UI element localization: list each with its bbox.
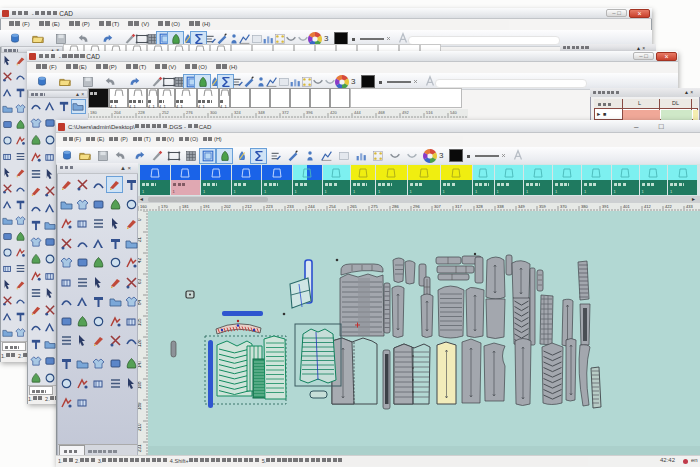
svg-text:348: 348 <box>258 110 265 115</box>
svg-text:370: 370 <box>560 204 567 209</box>
svg-text:170: 170 <box>161 204 168 209</box>
svg-text:492: 492 <box>402 110 409 115</box>
svg-text:191: 191 <box>203 204 210 209</box>
svg-text:444: 444 <box>354 110 361 115</box>
svg-text:286: 286 <box>392 204 399 209</box>
svg-text:254: 254 <box>329 204 336 209</box>
svg-text:42: 42 <box>138 257 142 263</box>
svg-text:401: 401 <box>623 204 630 209</box>
svg-text:233: 233 <box>287 204 294 209</box>
svg-text:244: 244 <box>308 204 315 209</box>
svg-text:349: 349 <box>518 204 525 209</box>
svg-text:210: 210 <box>138 423 142 431</box>
svg-text:433: 433 <box>686 204 693 209</box>
svg-text:324: 324 <box>234 110 241 115</box>
svg-text:307: 307 <box>434 204 441 209</box>
svg-text:516: 516 <box>426 110 433 115</box>
svg-text:231: 231 <box>138 444 142 452</box>
svg-text:212: 212 <box>245 204 252 209</box>
svg-text:391: 391 <box>602 204 609 209</box>
svg-text:372: 372 <box>282 110 289 115</box>
svg-text:380: 380 <box>581 204 588 209</box>
svg-text:275: 275 <box>371 204 378 209</box>
svg-text:540: 540 <box>450 110 457 115</box>
svg-text:202: 202 <box>224 204 231 209</box>
svg-text:84: 84 <box>138 299 142 305</box>
svg-text:228: 228 <box>138 110 145 115</box>
svg-text:160: 160 <box>140 204 147 209</box>
svg-text:189: 189 <box>138 402 142 410</box>
svg-text:422: 422 <box>665 204 672 209</box>
svg-text:147: 147 <box>138 360 142 368</box>
svg-text:420: 420 <box>330 110 337 115</box>
svg-text:252: 252 <box>162 110 169 115</box>
svg-text:223: 223 <box>266 204 273 209</box>
svg-text:317: 317 <box>455 204 462 209</box>
svg-text:126: 126 <box>138 339 142 347</box>
svg-text:180: 180 <box>90 110 97 115</box>
svg-text:300: 300 <box>210 110 217 115</box>
svg-text:181: 181 <box>182 204 189 209</box>
svg-text:396: 396 <box>306 110 313 115</box>
svg-text:296: 296 <box>413 204 420 209</box>
svg-text:338: 338 <box>497 204 504 209</box>
svg-text:276: 276 <box>186 110 193 115</box>
svg-text:359: 359 <box>539 204 546 209</box>
svg-text:63: 63 <box>138 278 142 284</box>
svg-text:468: 468 <box>378 110 385 115</box>
svg-text:105: 105 <box>138 318 142 326</box>
svg-text:168: 168 <box>138 381 142 389</box>
svg-text:412: 412 <box>644 204 651 209</box>
svg-text:265: 265 <box>350 204 357 209</box>
svg-text:21: 21 <box>138 236 142 242</box>
svg-text:328: 328 <box>476 204 483 209</box>
svg-text:204: 204 <box>114 110 121 115</box>
